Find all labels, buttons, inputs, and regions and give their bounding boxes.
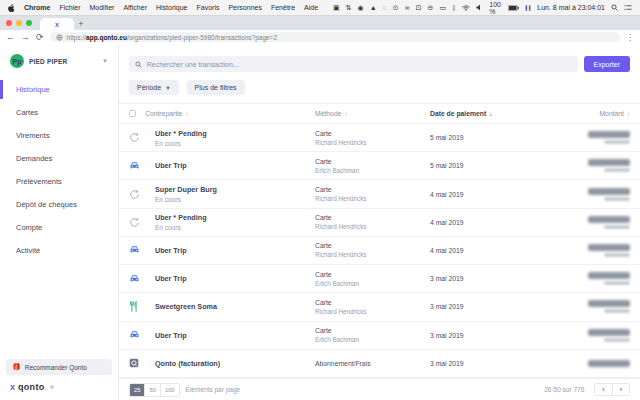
page-size-25[interactable]: 25 <box>130 384 145 396</box>
prev-page-button[interactable]: ‹ <box>595 384 612 395</box>
select-all-checkbox[interactable] <box>129 110 136 117</box>
sidebar-item-cartes[interactable]: Cartes <box>0 101 118 124</box>
wifi-icon[interactable] <box>462 5 470 11</box>
more-filters-button[interactable]: Plus de filtres <box>187 80 245 95</box>
table-row[interactable]: Uber * PendingEn coursCarteRichard Hendr… <box>119 209 640 237</box>
status-icon[interactable]: ᛒ <box>452 4 456 11</box>
status-icon[interactable]: ⇅ <box>346 4 352 12</box>
menu-afficher[interactable]: Afficher <box>123 4 147 11</box>
status-icon[interactable]: ▲ <box>370 4 377 11</box>
back-button[interactable]: ← <box>6 33 15 42</box>
status-icon[interactable]: ∞ <box>405 4 410 11</box>
menu-modifier[interactable]: Modifier <box>89 4 114 11</box>
spotlight-search-icon[interactable] <box>611 4 618 11</box>
payment-date: 4 mai 2019 <box>430 219 535 226</box>
organization-switcher[interactable]: Pp PIED PIPER ▼ <box>0 54 118 78</box>
table-row[interactable]: Uber TripCarteRichard Hendricks4 mai 201… <box>119 237 640 265</box>
table-row[interactable]: Uber TripCarteErlich Bachman5 mai 2019 <box>119 152 640 180</box>
battery-icon <box>508 5 519 11</box>
notification-center-icon[interactable] <box>624 4 632 11</box>
status-icon[interactable]: ⊙ <box>393 4 399 12</box>
sidebar-item-compte[interactable]: Compte <box>0 216 118 239</box>
forward-button[interactable]: → <box>21 33 30 42</box>
status-icon[interactable]: ⊖ <box>428 4 434 12</box>
recommend-qonto-button[interactable]: 🎁 Recommander Qonto <box>6 359 112 375</box>
method-holder: Richard Hendricks <box>315 308 430 315</box>
status-icon[interactable]: ⊡ <box>416 4 422 12</box>
amount-blur <box>588 188 630 195</box>
battery-label: 100 % <box>489 1 502 15</box>
header-payment-date[interactable]: Date de paiement↓ <box>430 110 535 117</box>
search-box[interactable] <box>129 56 578 72</box>
gift-icon: 🎁 <box>12 363 21 371</box>
method-holder: Erlich Bachman <box>315 167 430 174</box>
page-size-100[interactable]: 100 <box>161 384 179 396</box>
counterparty-name: Uber Trip <box>155 161 315 170</box>
method: Carte <box>315 271 430 278</box>
new-tab-button[interactable]: + <box>74 18 88 30</box>
minimize-window-button[interactable] <box>16 20 22 26</box>
status-icon[interactable]: ▣ <box>333 4 340 12</box>
zoom-window-button[interactable] <box>26 20 32 26</box>
status-icons[interactable]: ▣⇅◉▲◌⊙∞⊡⊖▭ᛒ <box>327 4 456 12</box>
amount-blur <box>588 244 630 251</box>
page-size-50[interactable]: 50 <box>145 384 160 396</box>
volume-icon[interactable] <box>476 4 483 11</box>
menu-fichier[interactable]: Fichier <box>59 4 80 11</box>
table-row[interactable]: Uber * PendingEn coursCarteRichard Hendr… <box>119 124 640 152</box>
browser-tab-strip: x + <box>0 16 640 30</box>
sidebar-item-d-p-t-de-ch-ques[interactable]: Dépôt de chèques <box>0 193 118 216</box>
site-info-icon[interactable] <box>56 34 63 41</box>
menubar-clock[interactable]: Lun. 8 mai à 23:04:01 <box>537 4 605 11</box>
table-row[interactable]: Qonto (facturation)Abonnement/Frais3 mai… <box>119 350 640 378</box>
reload-button[interactable]: ⟳ <box>36 33 44 42</box>
menu-personnes[interactable]: Personnes <box>228 4 261 11</box>
method: Carte <box>315 130 430 137</box>
window-controls[interactable] <box>6 20 32 26</box>
periode-filter-button[interactable]: Période ▼ <box>129 80 179 95</box>
close-window-button[interactable] <box>6 20 12 26</box>
page-size-selector[interactable]: 2550100 <box>129 383 180 397</box>
table-row[interactable]: Super Duper BurgEn coursCarteRichard Hen… <box>119 180 640 208</box>
food-icon <box>129 301 155 312</box>
menu-historique[interactable]: Historique <box>156 4 188 11</box>
export-button[interactable]: Exporter <box>584 56 630 72</box>
status-icon[interactable]: ◌ <box>383 4 387 11</box>
status-icon[interactable]: ◉ <box>358 4 364 12</box>
sidebar-item-virements[interactable]: Virements <box>0 124 118 147</box>
table-row[interactable]: Uber TripCarteErlich Bachman3 mai 2019 <box>119 322 640 350</box>
header-method[interactable]: Méthode↕ <box>315 110 430 117</box>
sidebar-item-pr-l-vements[interactable]: Prélèvements <box>0 170 118 193</box>
sidebar-item-activit-[interactable]: Activité <box>0 239 118 262</box>
search-input[interactable] <box>147 61 572 68</box>
payment-date: 5 mai 2019 <box>430 134 535 141</box>
status-text: En cours <box>155 196 315 203</box>
keyboard-layout-flag-fr-icon[interactable] <box>525 5 531 11</box>
menu-favoris[interactable]: Favoris <box>197 4 220 11</box>
header-counterparty[interactable]: Contrepartie↕ <box>145 110 315 117</box>
menu-aide[interactable]: Aide <box>304 4 318 11</box>
sort-icon: ↕ <box>344 111 347 117</box>
status-icon[interactable]: ▭ <box>439 4 446 12</box>
sidebar-item-demandes[interactable]: Demandes <box>0 147 118 170</box>
table-row[interactable]: Sweetgreen SomaCarteRichard Hendricks3 m… <box>119 293 640 321</box>
payment-date: 3 mai 2019 <box>430 332 535 339</box>
sidebar-item-historique[interactable]: Historique <box>0 78 118 101</box>
browser-tab[interactable]: x <box>40 18 74 30</box>
amount-sub-blur <box>604 253 630 257</box>
brand-dot <box>50 385 54 389</box>
next-page-button[interactable]: › <box>613 384 629 395</box>
table-row[interactable]: Uber TripCarteErlich Bachman3 mai 2019 <box>119 265 640 293</box>
amount-redacted <box>535 272 630 285</box>
menu-chrome[interactable]: Chrome <box>24 4 50 11</box>
amount-redacted <box>535 159 630 172</box>
apple-menu-icon[interactable] <box>8 4 15 12</box>
menu-fenetre[interactable]: Fenêtre <box>271 4 295 11</box>
car-icon <box>129 245 155 255</box>
amount-blur <box>588 131 630 138</box>
browser-menu-icon[interactable]: ⋮ <box>626 33 634 42</box>
counterparty-name: Uber Trip <box>155 331 315 340</box>
header-amount[interactable]: Montant↕ <box>535 110 630 117</box>
payment-date: 3 mai 2019 <box>430 303 535 310</box>
address-bar[interactable]: https://app.qonto.eu/organizations/pied-… <box>50 32 620 42</box>
